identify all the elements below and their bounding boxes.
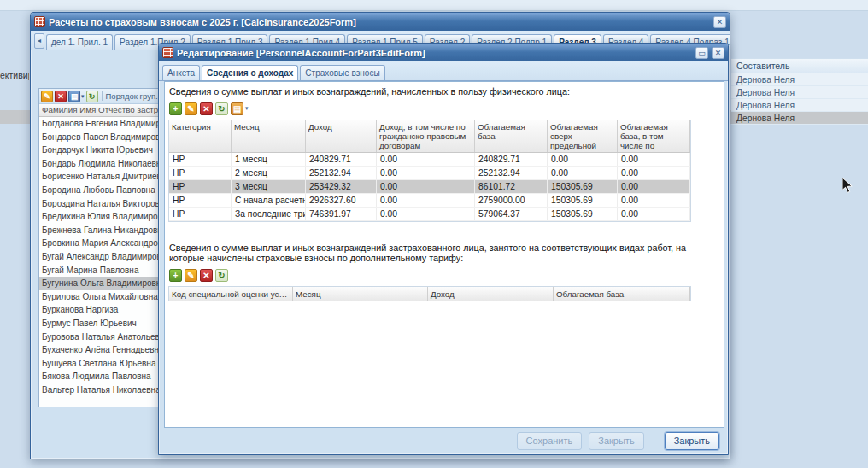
cell: 2 месяц xyxy=(232,167,306,179)
tab-item[interactable]: Страховые взносы xyxy=(300,65,384,80)
cell: НР xyxy=(169,153,232,166)
close-button: Закрыть xyxy=(589,432,643,450)
list-item[interactable]: Бушуева Светлана Юрьевна xyxy=(39,357,172,371)
cell: 0.00 xyxy=(618,167,690,179)
tab-item[interactable]: Анкета xyxy=(162,65,200,80)
column-header[interactable]: Облагаемая база xyxy=(475,120,548,152)
cell: 0.00 xyxy=(618,180,690,193)
persons-column-header[interactable]: Фамилия Имя Отчество застрахованного xyxy=(39,104,172,117)
refresh-icon[interactable]: ↻ xyxy=(86,91,98,102)
list-item[interactable]: Бурилова Ольга Михайловна xyxy=(39,290,172,304)
list-item[interactable]: Бредихина Юлия Владимировна xyxy=(39,210,172,224)
restore-icon[interactable]: ▭ xyxy=(695,47,708,59)
edit-icon[interactable]: ✎ xyxy=(185,269,197,282)
list-item[interactable]: Богданова Евгения Владимировна xyxy=(39,117,172,131)
cell: 240829.71 xyxy=(475,153,548,166)
desktop-top-band xyxy=(0,0,868,11)
list-item[interactable]: Бурмус Павел Юрьевич xyxy=(39,317,172,331)
group-order-button[interactable]: Порядок груп... xyxy=(102,91,163,101)
list-item[interactable]: Бондарь Людмила Николаевна xyxy=(39,157,172,171)
cell: НР xyxy=(169,167,232,179)
list-item[interactable]: Бороздина Наталья Викторовна xyxy=(39,197,172,211)
delete-icon[interactable]: ✕ xyxy=(200,102,213,115)
bg-row: Дернова Неля xyxy=(731,73,868,86)
column-header[interactable]: Месяц xyxy=(293,287,428,301)
cell: НР xyxy=(169,194,232,207)
special-tariff-toolbar: +✎✕↻ xyxy=(168,266,720,284)
column-header[interactable]: Облагаемая сверх предельной величины баз… xyxy=(548,120,618,152)
close-icon[interactable]: ✕ xyxy=(713,16,726,28)
list-item[interactable]: Бугай Александр Владимирович xyxy=(39,250,172,264)
export-icon[interactable]: ▤ xyxy=(231,102,243,115)
special-tariff-table: Код специальной оценки условий т...Месяц… xyxy=(168,286,691,301)
income-section-label: Сведения о сумме выплат и иных вознаграж… xyxy=(169,86,719,97)
column-header[interactable]: Доход xyxy=(306,120,377,152)
persons-grid-toolbar: ✎✕▤▾↻ Порядок груп... xyxy=(39,89,172,104)
dialog-titlebar[interactable]: Редактирование [PersonnelAccountForPart3… xyxy=(159,44,728,61)
edit-dialog: Редактирование [PersonnelAccountForPart3… xyxy=(158,43,729,455)
print-icon[interactable]: ▤ xyxy=(68,91,80,102)
column-header[interactable]: Облагаемая база xyxy=(554,287,690,301)
list-item[interactable]: Бондарчук Никита Юрьевич xyxy=(39,143,172,157)
close-icon[interactable]: ✕ xyxy=(712,47,724,59)
list-item[interactable]: Бугунина Ольга Владимировна xyxy=(39,277,172,290)
list-item[interactable]: Бякова Людмила Павловна xyxy=(39,370,172,383)
main-window-titlebar[interactable]: Расчеты по страховым взносам с 2025 г. [… xyxy=(31,13,730,31)
refresh-icon[interactable]: ↻ xyxy=(215,269,228,282)
column-header[interactable]: Облагаемая база, в том числе по договора… xyxy=(618,120,690,152)
cell: 150305.69 xyxy=(548,180,618,193)
list-item[interactable]: Бухаченко Алёна Геннадьевна xyxy=(39,343,172,357)
cell: За последние три... xyxy=(232,208,306,220)
edit-icon[interactable]: ✎ xyxy=(41,91,53,102)
cell: С начала расчетн... xyxy=(232,194,306,207)
main-window-title: Расчеты по страховым взносам с 2025 г. [… xyxy=(49,17,356,27)
export-dropdown-icon[interactable]: ▾ xyxy=(245,105,249,112)
cell: 746391.97 xyxy=(306,208,377,220)
column-header[interactable]: Код специальной оценки условий т... xyxy=(169,287,293,301)
grid-header: КатегорияМесяцДоходДоход, в том числе по… xyxy=(169,120,690,153)
cell: 150305.69 xyxy=(548,194,618,207)
list-item[interactable]: Брежнева Галина Никандровна xyxy=(39,224,172,237)
column-header[interactable]: Категория xyxy=(169,120,232,152)
list-item[interactable]: Бондарев Павел Владимирович xyxy=(39,131,172,144)
list-item[interactable]: Буровова Наталья Анатольевна xyxy=(39,331,172,344)
cell: 252132.94 xyxy=(475,167,548,179)
cell: 0.00 xyxy=(618,194,690,207)
app-window-icon xyxy=(34,16,45,27)
table-row[interactable]: НР1 месяц240829.710.00240829.710.000.00 xyxy=(169,153,690,167)
column-header[interactable]: Доход xyxy=(428,287,554,301)
dialog-buttons: СохранитьЗакрытьЗакрыть xyxy=(159,427,728,454)
table-row[interactable]: НРС начала расчетн...2926327.600.0027590… xyxy=(169,194,690,208)
cell: 0.00 xyxy=(618,153,690,166)
print-dropdown-icon[interactable]: ▾ xyxy=(81,93,85,100)
delete-icon[interactable]: ✕ xyxy=(55,91,67,102)
cell: 0.00 xyxy=(548,153,618,166)
special-tariff-section-label: Сведения о сумме выплат и иных вознаграж… xyxy=(169,243,699,263)
close-button[interactable]: Закрыть xyxy=(665,432,719,450)
cell: НР xyxy=(169,208,232,220)
column-header[interactable]: Месяц xyxy=(232,120,306,152)
list-item[interactable]: Бугай Марина Павловна xyxy=(39,264,172,278)
edit-icon[interactable]: ✎ xyxy=(185,102,197,115)
list-item[interactable]: Бровкина Мария Александровна xyxy=(39,237,172,250)
cell: 150305.69 xyxy=(548,208,618,220)
tab-item[interactable]: дел 1. Прил. 1 xyxy=(46,34,113,50)
add-icon[interactable]: + xyxy=(169,102,182,115)
table-row[interactable]: НРЗа последние три...746391.970.00579064… xyxy=(169,208,690,221)
tab-active[interactable]: Сведения о доходах xyxy=(202,65,298,81)
bg-row: Дернова Неля xyxy=(731,112,868,125)
tab-scroll-left-icon[interactable]: ◂ xyxy=(34,33,44,49)
table-row[interactable]: НР2 месяц252132.940.00252132.940.000.00 xyxy=(169,167,690,180)
refresh-icon[interactable]: ↻ xyxy=(215,102,228,115)
cell: 0.00 xyxy=(377,167,475,179)
add-icon[interactable]: + xyxy=(169,269,182,282)
column-header[interactable]: Доход, в том числе по гражданско-правовы… xyxy=(377,120,475,152)
dialog-content: Сведения о сумме выплат и иных вознаграж… xyxy=(164,81,724,428)
dialog-icon xyxy=(162,47,173,58)
list-item[interactable]: Бородина Любовь Павловна xyxy=(39,184,172,197)
list-item[interactable]: Борисенко Наталья Дмитриевна xyxy=(39,170,172,184)
table-row[interactable]: НР3 месяц253429.320.0086101.72150305.690… xyxy=(169,180,690,194)
list-item[interactable]: Вальтер Наталья Николаевна xyxy=(39,383,172,397)
delete-icon[interactable]: ✕ xyxy=(200,269,213,282)
list-item[interactable]: Бурканова Наргиза xyxy=(39,303,172,317)
